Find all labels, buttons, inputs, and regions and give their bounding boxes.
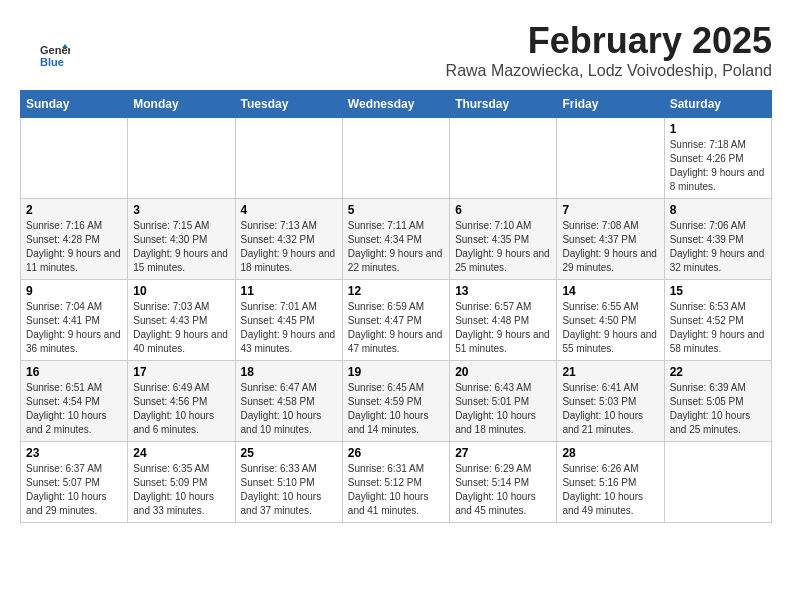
day-info: Sunrise: 6:37 AMSunset: 5:07 PMDaylight:…: [26, 462, 122, 518]
day-info: Sunrise: 7:08 AMSunset: 4:37 PMDaylight:…: [562, 219, 658, 275]
weekday-header-sunday: Sunday: [21, 91, 128, 118]
day-info: Sunrise: 7:11 AMSunset: 4:34 PMDaylight:…: [348, 219, 444, 275]
day-number: 11: [241, 284, 337, 298]
day-info: Sunrise: 7:06 AMSunset: 4:39 PMDaylight:…: [670, 219, 766, 275]
calendar-cell: 18Sunrise: 6:47 AMSunset: 4:58 PMDayligh…: [235, 361, 342, 442]
day-info: Sunrise: 6:31 AMSunset: 5:12 PMDaylight:…: [348, 462, 444, 518]
day-number: 14: [562, 284, 658, 298]
day-number: 5: [348, 203, 444, 217]
calendar-cell: 19Sunrise: 6:45 AMSunset: 4:59 PMDayligh…: [342, 361, 449, 442]
day-number: 7: [562, 203, 658, 217]
day-info: Sunrise: 6:39 AMSunset: 5:05 PMDaylight:…: [670, 381, 766, 437]
day-number: 8: [670, 203, 766, 217]
day-number: 18: [241, 365, 337, 379]
day-info: Sunrise: 7:04 AMSunset: 4:41 PMDaylight:…: [26, 300, 122, 356]
day-number: 23: [26, 446, 122, 460]
weekday-header-saturday: Saturday: [664, 91, 771, 118]
day-info: Sunrise: 6:55 AMSunset: 4:50 PMDaylight:…: [562, 300, 658, 356]
calendar-cell: [664, 442, 771, 523]
calendar-cell: [342, 118, 449, 199]
calendar-cell: [21, 118, 128, 199]
calendar-cell: 24Sunrise: 6:35 AMSunset: 5:09 PMDayligh…: [128, 442, 235, 523]
calendar-cell: 1Sunrise: 7:18 AMSunset: 4:26 PMDaylight…: [664, 118, 771, 199]
weekday-header-tuesday: Tuesday: [235, 91, 342, 118]
day-number: 21: [562, 365, 658, 379]
day-number: 25: [241, 446, 337, 460]
day-info: Sunrise: 6:53 AMSunset: 4:52 PMDaylight:…: [670, 300, 766, 356]
day-info: Sunrise: 6:29 AMSunset: 5:14 PMDaylight:…: [455, 462, 551, 518]
day-info: Sunrise: 7:13 AMSunset: 4:32 PMDaylight:…: [241, 219, 337, 275]
calendar-cell: 27Sunrise: 6:29 AMSunset: 5:14 PMDayligh…: [450, 442, 557, 523]
weekday-header-wednesday: Wednesday: [342, 91, 449, 118]
month-title: February 2025: [20, 20, 772, 62]
calendar-cell: 17Sunrise: 6:49 AMSunset: 4:56 PMDayligh…: [128, 361, 235, 442]
day-info: Sunrise: 6:59 AMSunset: 4:47 PMDaylight:…: [348, 300, 444, 356]
weekday-header-thursday: Thursday: [450, 91, 557, 118]
calendar-cell: 5Sunrise: 7:11 AMSunset: 4:34 PMDaylight…: [342, 199, 449, 280]
day-info: Sunrise: 7:03 AMSunset: 4:43 PMDaylight:…: [133, 300, 229, 356]
calendar-cell: 25Sunrise: 6:33 AMSunset: 5:10 PMDayligh…: [235, 442, 342, 523]
calendar-cell: [235, 118, 342, 199]
day-info: Sunrise: 6:33 AMSunset: 5:10 PMDaylight:…: [241, 462, 337, 518]
calendar-cell: 13Sunrise: 6:57 AMSunset: 4:48 PMDayligh…: [450, 280, 557, 361]
day-number: 27: [455, 446, 551, 460]
calendar-cell: 21Sunrise: 6:41 AMSunset: 5:03 PMDayligh…: [557, 361, 664, 442]
calendar-cell: 10Sunrise: 7:03 AMSunset: 4:43 PMDayligh…: [128, 280, 235, 361]
day-number: 20: [455, 365, 551, 379]
calendar-cell: 3Sunrise: 7:15 AMSunset: 4:30 PMDaylight…: [128, 199, 235, 280]
day-number: 15: [670, 284, 766, 298]
calendar-cell: 26Sunrise: 6:31 AMSunset: 5:12 PMDayligh…: [342, 442, 449, 523]
day-number: 26: [348, 446, 444, 460]
calendar-cell: 7Sunrise: 7:08 AMSunset: 4:37 PMDaylight…: [557, 199, 664, 280]
day-info: Sunrise: 6:43 AMSunset: 5:01 PMDaylight:…: [455, 381, 551, 437]
calendar-cell: 28Sunrise: 6:26 AMSunset: 5:16 PMDayligh…: [557, 442, 664, 523]
day-number: 2: [26, 203, 122, 217]
day-number: 3: [133, 203, 229, 217]
calendar-cell: 15Sunrise: 6:53 AMSunset: 4:52 PMDayligh…: [664, 280, 771, 361]
day-number: 6: [455, 203, 551, 217]
weekday-header-monday: Monday: [128, 91, 235, 118]
day-number: 13: [455, 284, 551, 298]
calendar-cell: 12Sunrise: 6:59 AMSunset: 4:47 PMDayligh…: [342, 280, 449, 361]
calendar-cell: 16Sunrise: 6:51 AMSunset: 4:54 PMDayligh…: [21, 361, 128, 442]
calendar-cell: 20Sunrise: 6:43 AMSunset: 5:01 PMDayligh…: [450, 361, 557, 442]
day-number: 1: [670, 122, 766, 136]
day-info: Sunrise: 6:47 AMSunset: 4:58 PMDaylight:…: [241, 381, 337, 437]
day-info: Sunrise: 6:57 AMSunset: 4:48 PMDaylight:…: [455, 300, 551, 356]
calendar-table: SundayMondayTuesdayWednesdayThursdayFrid…: [20, 90, 772, 523]
header: February 2025 Rawa Mazowiecka, Lodz Voiv…: [20, 20, 772, 80]
day-number: 17: [133, 365, 229, 379]
calendar-cell: 8Sunrise: 7:06 AMSunset: 4:39 PMDaylight…: [664, 199, 771, 280]
day-info: Sunrise: 7:01 AMSunset: 4:45 PMDaylight:…: [241, 300, 337, 356]
calendar-cell: [450, 118, 557, 199]
calendar-cell: 11Sunrise: 7:01 AMSunset: 4:45 PMDayligh…: [235, 280, 342, 361]
logo: General Blue: [40, 40, 74, 70]
day-number: 10: [133, 284, 229, 298]
day-info: Sunrise: 6:35 AMSunset: 5:09 PMDaylight:…: [133, 462, 229, 518]
day-info: Sunrise: 6:41 AMSunset: 5:03 PMDaylight:…: [562, 381, 658, 437]
svg-text:Blue: Blue: [40, 56, 64, 68]
day-info: Sunrise: 6:51 AMSunset: 4:54 PMDaylight:…: [26, 381, 122, 437]
calendar-cell: [557, 118, 664, 199]
day-number: 16: [26, 365, 122, 379]
calendar-cell: 14Sunrise: 6:55 AMSunset: 4:50 PMDayligh…: [557, 280, 664, 361]
day-number: 4: [241, 203, 337, 217]
day-number: 12: [348, 284, 444, 298]
weekday-header-friday: Friday: [557, 91, 664, 118]
day-number: 9: [26, 284, 122, 298]
calendar-cell: 4Sunrise: 7:13 AMSunset: 4:32 PMDaylight…: [235, 199, 342, 280]
day-info: Sunrise: 7:16 AMSunset: 4:28 PMDaylight:…: [26, 219, 122, 275]
calendar-cell: [128, 118, 235, 199]
day-info: Sunrise: 6:49 AMSunset: 4:56 PMDaylight:…: [133, 381, 229, 437]
calendar-cell: 23Sunrise: 6:37 AMSunset: 5:07 PMDayligh…: [21, 442, 128, 523]
day-info: Sunrise: 7:18 AMSunset: 4:26 PMDaylight:…: [670, 138, 766, 194]
day-number: 28: [562, 446, 658, 460]
day-number: 24: [133, 446, 229, 460]
day-info: Sunrise: 6:45 AMSunset: 4:59 PMDaylight:…: [348, 381, 444, 437]
calendar-cell: 22Sunrise: 6:39 AMSunset: 5:05 PMDayligh…: [664, 361, 771, 442]
day-info: Sunrise: 6:26 AMSunset: 5:16 PMDaylight:…: [562, 462, 658, 518]
calendar-cell: 2Sunrise: 7:16 AMSunset: 4:28 PMDaylight…: [21, 199, 128, 280]
location-title: Rawa Mazowiecka, Lodz Voivodeship, Polan…: [20, 62, 772, 80]
day-number: 19: [348, 365, 444, 379]
day-number: 22: [670, 365, 766, 379]
